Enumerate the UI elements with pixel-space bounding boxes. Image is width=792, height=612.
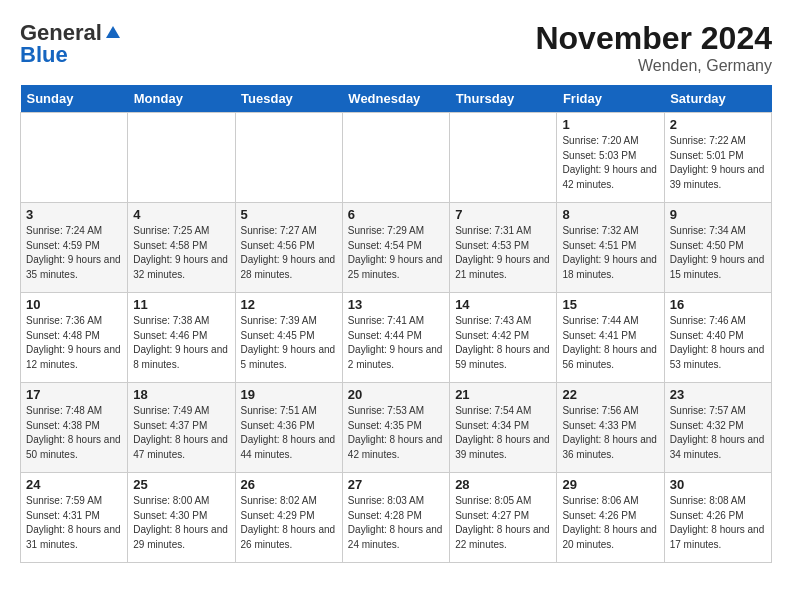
weekday-header-thursday: Thursday (450, 85, 557, 113)
day-cell: 16Sunrise: 7:46 AM Sunset: 4:40 PM Dayli… (664, 293, 771, 383)
day-cell: 19Sunrise: 7:51 AM Sunset: 4:36 PM Dayli… (235, 383, 342, 473)
day-number: 6 (348, 207, 444, 222)
day-number: 24 (26, 477, 122, 492)
weekday-header-monday: Monday (128, 85, 235, 113)
day-cell: 17Sunrise: 7:48 AM Sunset: 4:38 PM Dayli… (21, 383, 128, 473)
day-cell: 10Sunrise: 7:36 AM Sunset: 4:48 PM Dayli… (21, 293, 128, 383)
calendar-table: SundayMondayTuesdayWednesdayThursdayFrid… (20, 85, 772, 563)
day-cell (21, 113, 128, 203)
day-cell: 5Sunrise: 7:27 AM Sunset: 4:56 PM Daylig… (235, 203, 342, 293)
day-number: 30 (670, 477, 766, 492)
day-cell (450, 113, 557, 203)
day-info: Sunrise: 7:57 AM Sunset: 4:32 PM Dayligh… (670, 404, 766, 462)
day-number: 22 (562, 387, 658, 402)
day-info: Sunrise: 7:43 AM Sunset: 4:42 PM Dayligh… (455, 314, 551, 372)
day-number: 7 (455, 207, 551, 222)
day-info: Sunrise: 7:25 AM Sunset: 4:58 PM Dayligh… (133, 224, 229, 282)
day-number: 9 (670, 207, 766, 222)
day-number: 1 (562, 117, 658, 132)
day-info: Sunrise: 7:29 AM Sunset: 4:54 PM Dayligh… (348, 224, 444, 282)
day-number: 27 (348, 477, 444, 492)
day-number: 21 (455, 387, 551, 402)
weekday-header-wednesday: Wednesday (342, 85, 449, 113)
day-number: 15 (562, 297, 658, 312)
weekday-header-friday: Friday (557, 85, 664, 113)
svg-marker-0 (106, 26, 120, 38)
day-number: 29 (562, 477, 658, 492)
day-cell: 27Sunrise: 8:03 AM Sunset: 4:28 PM Dayli… (342, 473, 449, 563)
day-number: 28 (455, 477, 551, 492)
day-cell: 23Sunrise: 7:57 AM Sunset: 4:32 PM Dayli… (664, 383, 771, 473)
day-number: 2 (670, 117, 766, 132)
day-info: Sunrise: 7:41 AM Sunset: 4:44 PM Dayligh… (348, 314, 444, 372)
month-title: November 2024 (535, 20, 772, 57)
day-number: 13 (348, 297, 444, 312)
weekday-header-tuesday: Tuesday (235, 85, 342, 113)
day-info: Sunrise: 8:03 AM Sunset: 4:28 PM Dayligh… (348, 494, 444, 552)
day-cell: 18Sunrise: 7:49 AM Sunset: 4:37 PM Dayli… (128, 383, 235, 473)
day-cell: 30Sunrise: 8:08 AM Sunset: 4:26 PM Dayli… (664, 473, 771, 563)
day-cell: 1Sunrise: 7:20 AM Sunset: 5:03 PM Daylig… (557, 113, 664, 203)
day-number: 16 (670, 297, 766, 312)
location: Wenden, Germany (535, 57, 772, 75)
day-info: Sunrise: 7:32 AM Sunset: 4:51 PM Dayligh… (562, 224, 658, 282)
day-cell (128, 113, 235, 203)
day-info: Sunrise: 7:51 AM Sunset: 4:36 PM Dayligh… (241, 404, 337, 462)
day-number: 26 (241, 477, 337, 492)
day-cell: 14Sunrise: 7:43 AM Sunset: 4:42 PM Dayli… (450, 293, 557, 383)
weekday-header-row: SundayMondayTuesdayWednesdayThursdayFrid… (21, 85, 772, 113)
logo-blue: Blue (20, 42, 68, 68)
day-info: Sunrise: 7:56 AM Sunset: 4:33 PM Dayligh… (562, 404, 658, 462)
day-number: 19 (241, 387, 337, 402)
day-info: Sunrise: 7:46 AM Sunset: 4:40 PM Dayligh… (670, 314, 766, 372)
day-number: 17 (26, 387, 122, 402)
page-header: General Blue November 2024 Wenden, Germa… (20, 20, 772, 75)
day-info: Sunrise: 8:00 AM Sunset: 4:30 PM Dayligh… (133, 494, 229, 552)
week-row-2: 3Sunrise: 7:24 AM Sunset: 4:59 PM Daylig… (21, 203, 772, 293)
day-number: 23 (670, 387, 766, 402)
day-info: Sunrise: 7:34 AM Sunset: 4:50 PM Dayligh… (670, 224, 766, 282)
day-cell: 6Sunrise: 7:29 AM Sunset: 4:54 PM Daylig… (342, 203, 449, 293)
day-number: 11 (133, 297, 229, 312)
day-cell: 11Sunrise: 7:38 AM Sunset: 4:46 PM Dayli… (128, 293, 235, 383)
day-info: Sunrise: 7:20 AM Sunset: 5:03 PM Dayligh… (562, 134, 658, 192)
weekday-header-sunday: Sunday (21, 85, 128, 113)
day-cell: 28Sunrise: 8:05 AM Sunset: 4:27 PM Dayli… (450, 473, 557, 563)
day-info: Sunrise: 7:27 AM Sunset: 4:56 PM Dayligh… (241, 224, 337, 282)
day-info: Sunrise: 8:08 AM Sunset: 4:26 PM Dayligh… (670, 494, 766, 552)
day-info: Sunrise: 7:24 AM Sunset: 4:59 PM Dayligh… (26, 224, 122, 282)
day-info: Sunrise: 7:48 AM Sunset: 4:38 PM Dayligh… (26, 404, 122, 462)
day-cell: 29Sunrise: 8:06 AM Sunset: 4:26 PM Dayli… (557, 473, 664, 563)
day-info: Sunrise: 7:22 AM Sunset: 5:01 PM Dayligh… (670, 134, 766, 192)
day-info: Sunrise: 7:53 AM Sunset: 4:35 PM Dayligh… (348, 404, 444, 462)
day-cell (235, 113, 342, 203)
day-info: Sunrise: 8:02 AM Sunset: 4:29 PM Dayligh… (241, 494, 337, 552)
week-row-1: 1Sunrise: 7:20 AM Sunset: 5:03 PM Daylig… (21, 113, 772, 203)
day-info: Sunrise: 8:06 AM Sunset: 4:26 PM Dayligh… (562, 494, 658, 552)
day-cell: 8Sunrise: 7:32 AM Sunset: 4:51 PM Daylig… (557, 203, 664, 293)
week-row-3: 10Sunrise: 7:36 AM Sunset: 4:48 PM Dayli… (21, 293, 772, 383)
day-cell: 25Sunrise: 8:00 AM Sunset: 4:30 PM Dayli… (128, 473, 235, 563)
day-cell: 2Sunrise: 7:22 AM Sunset: 5:01 PM Daylig… (664, 113, 771, 203)
day-cell: 13Sunrise: 7:41 AM Sunset: 4:44 PM Dayli… (342, 293, 449, 383)
day-cell: 21Sunrise: 7:54 AM Sunset: 4:34 PM Dayli… (450, 383, 557, 473)
day-number: 25 (133, 477, 229, 492)
day-cell: 24Sunrise: 7:59 AM Sunset: 4:31 PM Dayli… (21, 473, 128, 563)
day-info: Sunrise: 7:54 AM Sunset: 4:34 PM Dayligh… (455, 404, 551, 462)
day-info: Sunrise: 7:49 AM Sunset: 4:37 PM Dayligh… (133, 404, 229, 462)
day-number: 10 (26, 297, 122, 312)
day-cell: 3Sunrise: 7:24 AM Sunset: 4:59 PM Daylig… (21, 203, 128, 293)
day-cell: 15Sunrise: 7:44 AM Sunset: 4:41 PM Dayli… (557, 293, 664, 383)
day-info: Sunrise: 7:36 AM Sunset: 4:48 PM Dayligh… (26, 314, 122, 372)
day-info: Sunrise: 7:38 AM Sunset: 4:46 PM Dayligh… (133, 314, 229, 372)
day-info: Sunrise: 7:31 AM Sunset: 4:53 PM Dayligh… (455, 224, 551, 282)
day-number: 18 (133, 387, 229, 402)
day-number: 20 (348, 387, 444, 402)
day-cell: 20Sunrise: 7:53 AM Sunset: 4:35 PM Dayli… (342, 383, 449, 473)
day-cell (342, 113, 449, 203)
day-info: Sunrise: 7:39 AM Sunset: 4:45 PM Dayligh… (241, 314, 337, 372)
day-number: 3 (26, 207, 122, 222)
day-cell: 12Sunrise: 7:39 AM Sunset: 4:45 PM Dayli… (235, 293, 342, 383)
day-info: Sunrise: 7:59 AM Sunset: 4:31 PM Dayligh… (26, 494, 122, 552)
day-cell: 4Sunrise: 7:25 AM Sunset: 4:58 PM Daylig… (128, 203, 235, 293)
